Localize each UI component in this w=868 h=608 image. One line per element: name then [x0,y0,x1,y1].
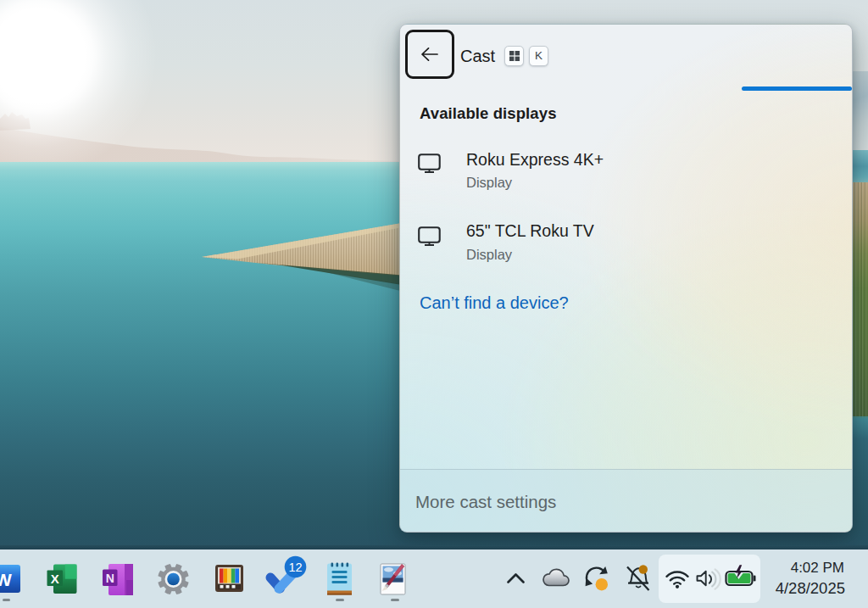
svg-text:W: W [0,570,12,589]
svg-text:X: X [51,572,59,586]
svg-text:N: N [106,572,114,585]
svg-text:12: 12 [288,561,302,574]
